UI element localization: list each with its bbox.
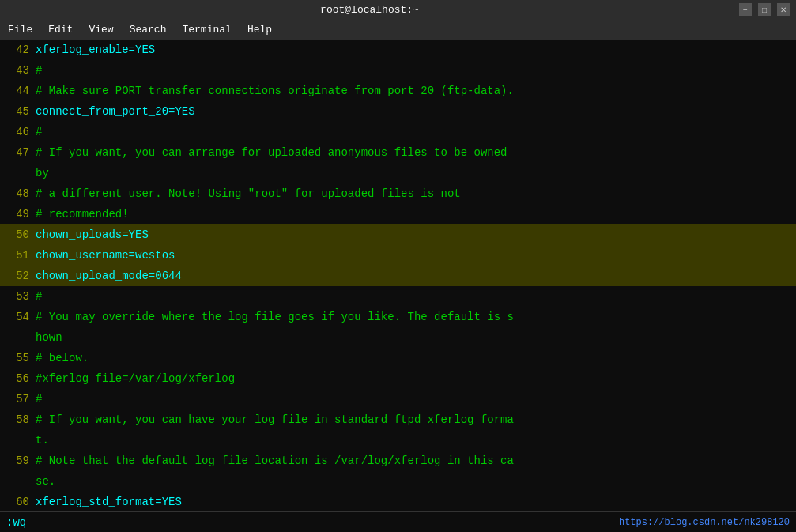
lines-container: 42xferlog_enable=YES43#44# Make sure POR… [0,40,796,511]
line-number: 45 [0,101,36,122]
minimize-button[interactable]: − [739,3,752,16]
line-content: # recommended! [36,204,796,224]
menu-item-search[interactable]: Search [122,22,175,37]
title-bar: root@localhost:~ − □ ✕ [0,0,796,19]
table-row: t. [0,430,796,451]
table-row: 44# Make sure PORT transfer connections … [0,81,796,101]
close-button[interactable]: ✕ [777,3,790,16]
table-row: 60xferlog_std_format=YES [0,492,796,511]
table-row: 43# [0,60,796,81]
table-row: by [0,163,796,183]
menu-item-help[interactable]: Help [240,22,280,37]
table-row: 59# Note that the default log file locat… [0,451,796,471]
menu-item-file[interactable]: File [0,22,40,37]
window-title: root@localhost:~ [0,4,739,16]
line-number: 55 [0,348,36,368]
line-content: se. [36,471,796,492]
window-controls: − □ ✕ [739,3,796,16]
status-bar: :wq https://blog.csdn.net/nk298120 [0,511,796,532]
line-number: 53 [0,286,36,307]
line-content: # Note that the default log file locatio… [36,451,796,471]
line-number: 51 [0,245,36,266]
table-row: 51chown_username=westos [0,245,796,266]
line-number: 56 [0,368,36,389]
table-row: 52chown_upload_mode=0644 [0,266,796,286]
line-content: by [36,163,796,183]
line-content: #xferlog_file=/var/log/xferlog [36,368,796,389]
line-content: # [36,286,796,307]
table-row: hown [0,327,796,348]
menu-item-edit[interactable]: Edit [40,22,81,37]
line-content: chown_upload_mode=0644 [36,266,796,286]
menu-item-terminal[interactable]: Terminal [174,22,239,37]
line-number: 47 [0,142,36,163]
line-content: xferlog_enable=YES [36,40,796,60]
line-number: 48 [0,183,36,204]
table-row: 58# If you want, you can have your log f… [0,409,796,430]
table-row: 47# If you want, you can arrange for upl… [0,142,796,163]
line-number: 43 [0,60,36,81]
line-content: # Make sure PORT transfer connections or… [36,81,796,101]
line-content: connect_from_port_20=YES [36,101,796,122]
menu-item-view[interactable]: View [81,22,121,37]
line-number: 46 [0,122,36,142]
table-row: se. [0,471,796,492]
line-content: t. [36,430,796,451]
line-number: 52 [0,266,36,286]
table-row: 55# below. [0,348,796,368]
table-row: 57# [0,389,796,409]
line-number: 60 [0,492,36,511]
line-content: xferlog_std_format=YES [36,492,796,511]
table-row: 50chown_uploads=YES [0,224,796,245]
line-content: # If you want, you can have your log fil… [36,409,796,430]
table-row: 54# You may override where the log file … [0,307,796,327]
line-content: chown_username=westos [36,245,796,266]
table-row: 48# a different user. Note! Using "root"… [0,183,796,204]
line-number: 44 [0,81,36,101]
line-content: # [36,389,796,409]
line-content: # a different user. Note! Using "root" f… [36,183,796,204]
status-url: https://blog.csdn.net/nk298120 [619,517,790,528]
table-row: 45connect_from_port_20=YES [0,101,796,122]
line-number: 54 [0,307,36,327]
menu-bar: FileEditViewSearchTerminalHelp [0,19,796,40]
line-content: chown_uploads=YES [36,224,796,245]
table-row: 49# recommended! [0,204,796,224]
line-number: 50 [0,224,36,245]
table-row: 46# [0,122,796,142]
editor-area: 42xferlog_enable=YES43#44# Make sure POR… [0,40,796,511]
vim-command[interactable]: :wq [6,516,26,529]
line-number: 42 [0,40,36,60]
maximize-button[interactable]: □ [758,3,771,16]
line-content: # You may override where the log file go… [36,307,796,327]
table-row: 53# [0,286,796,307]
table-row: 56#xferlog_file=/var/log/xferlog [0,368,796,389]
line-number: 49 [0,204,36,224]
line-number: 59 [0,451,36,471]
line-content: # [36,122,796,142]
line-content: # [36,60,796,81]
line-content: hown [36,327,796,348]
line-content: # below. [36,348,796,368]
line-number: 58 [0,409,36,430]
table-row: 42xferlog_enable=YES [0,40,796,60]
line-number: 57 [0,389,36,409]
line-content: # If you want, you can arrange for uploa… [36,142,796,163]
